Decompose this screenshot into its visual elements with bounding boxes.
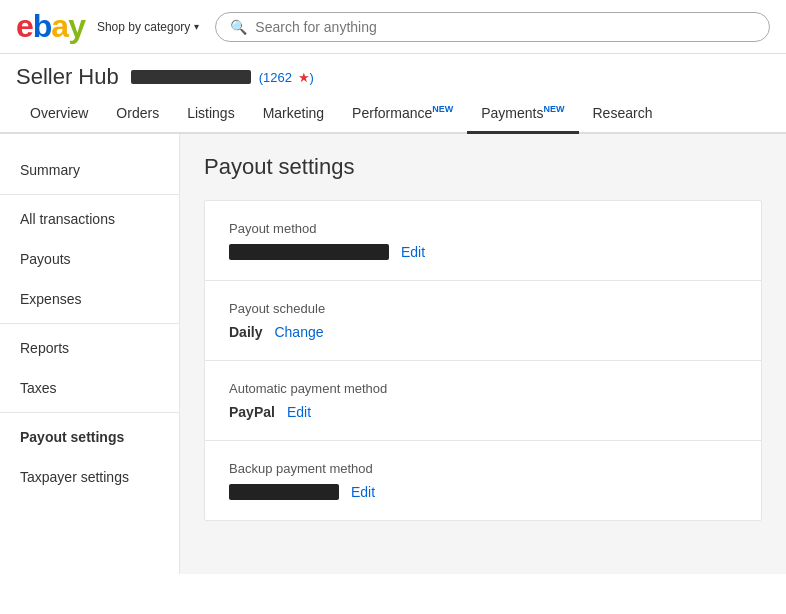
tab-listings[interactable]: Listings — [173, 95, 248, 134]
payout-schedule-section: Payout schedule Daily Change — [205, 281, 761, 361]
nav-tabs: Overview Orders Listings Marketing Perfo… — [0, 94, 786, 134]
tab-marketing[interactable]: Marketing — [249, 95, 338, 134]
search-icon: 🔍 — [230, 19, 247, 35]
automatic-payment-edit-link[interactable]: Edit — [287, 404, 311, 420]
sidebar-item-reports[interactable]: Reports — [0, 328, 179, 368]
tab-payments[interactable]: PaymentsNEW — [467, 94, 578, 134]
header: ebay Shop by category ▾ 🔍 — [0, 0, 786, 54]
sidebar-item-taxes[interactable]: Taxes — [0, 368, 179, 408]
backup-payment-section: Backup payment method Edit — [205, 441, 761, 520]
shop-by-category[interactable]: Shop by category ▾ — [97, 20, 199, 34]
sidebar-item-taxpayer-settings[interactable]: Taxpayer settings — [0, 457, 179, 497]
tab-overview[interactable]: Overview — [16, 95, 102, 134]
tab-orders[interactable]: Orders — [102, 95, 173, 134]
seller-hub-bar: Seller Hub (1262 ★) — [0, 54, 786, 94]
search-input[interactable] — [255, 19, 755, 35]
search-bar[interactable]: 🔍 — [215, 12, 770, 42]
sidebar-divider-1 — [0, 194, 179, 195]
backup-payment-value — [229, 484, 339, 500]
sidebar-divider-3 — [0, 412, 179, 413]
chevron-down-icon: ▾ — [194, 21, 199, 32]
automatic-payment-label: Automatic payment method — [229, 381, 737, 396]
main-layout: Summary All transactions Payouts Expense… — [0, 134, 786, 574]
automatic-payment-row: PayPal Edit — [229, 404, 737, 420]
seller-hub-score: (1262 ★) — [259, 70, 314, 85]
ebay-logo: ebay — [16, 8, 85, 45]
payout-schedule-change-link[interactable]: Change — [274, 324, 323, 340]
backup-payment-row: Edit — [229, 484, 737, 500]
tab-performance[interactable]: PerformanceNEW — [338, 94, 467, 134]
payout-method-section: Payout method Edit — [205, 201, 761, 281]
automatic-payment-value: PayPal — [229, 404, 275, 420]
payout-schedule-value: Daily — [229, 324, 262, 340]
sidebar-item-payouts[interactable]: Payouts — [0, 239, 179, 279]
tab-research[interactable]: Research — [579, 95, 667, 134]
backup-payment-edit-link[interactable]: Edit — [351, 484, 375, 500]
sidebar: Summary All transactions Payouts Expense… — [0, 134, 180, 574]
settings-card: Payout method Edit Payout schedule Daily… — [204, 200, 762, 521]
seller-hub-title: Seller Hub — [16, 64, 119, 90]
automatic-payment-section: Automatic payment method PayPal Edit — [205, 361, 761, 441]
backup-payment-label: Backup payment method — [229, 461, 737, 476]
sidebar-divider-2 — [0, 323, 179, 324]
shop-by-label: Shop by category — [97, 20, 190, 34]
payout-schedule-row: Daily Change — [229, 324, 737, 340]
payout-schedule-label: Payout schedule — [229, 301, 737, 316]
page-title: Payout settings — [204, 154, 762, 180]
seller-level-meter — [131, 70, 251, 84]
sidebar-item-expenses[interactable]: Expenses — [0, 279, 179, 319]
content-area: Payout settings Payout method Edit Payou… — [180, 134, 786, 574]
star-icon: ★ — [298, 70, 310, 85]
sidebar-item-all-transactions[interactable]: All transactions — [0, 199, 179, 239]
sidebar-item-payout-settings[interactable]: Payout settings — [0, 417, 179, 457]
payout-method-value — [229, 244, 389, 260]
sidebar-item-summary[interactable]: Summary — [0, 150, 179, 190]
payout-method-row: Edit — [229, 244, 737, 260]
payout-method-edit-link[interactable]: Edit — [401, 244, 425, 260]
payout-method-label: Payout method — [229, 221, 737, 236]
